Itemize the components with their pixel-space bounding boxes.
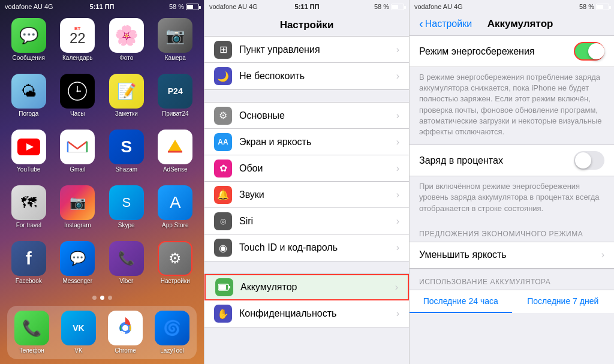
time-tabs: Последние 24 часа Последние 7 дней <box>410 290 614 313</box>
settings-item-touchid[interactable]: ◉ Touch ID и код-пароль › <box>204 234 409 261</box>
battery-icon-status <box>596 4 609 10</box>
app-skype[interactable]: S Skype <box>105 185 148 235</box>
settings-network: 4G <box>249 3 258 10</box>
vk-icon: VK <box>61 311 96 345</box>
power-saving-description: В режиме энергосбережения потребление за… <box>410 67 614 145</box>
vk-label: VK <box>74 347 82 354</box>
power-saving-toggle[interactable] <box>574 42 604 61</box>
settings-status-right: 58 % <box>374 3 404 10</box>
settings-item-general[interactable]: ⚙ Основные › <box>204 103 409 129</box>
weather-icon: 🌤 <box>11 74 46 109</box>
reduce-brightness-row[interactable]: Уменьшить яркость › <box>410 242 614 269</box>
photos-icon: 🌸 <box>109 18 144 53</box>
app-messages[interactable]: 💬 Сообщения <box>7 18 50 68</box>
sounds-icon: 🔔 <box>214 186 232 204</box>
settings-item-wallpaper[interactable]: ✿ Обои › <box>204 155 409 182</box>
app-youtube[interactable]: YouTube <box>7 130 50 179</box>
svg-point-11 <box>122 325 128 331</box>
settings-title: Настройки <box>204 13 409 36</box>
app-calendar[interactable]: вт 22 Календарь <box>56 18 100 68</box>
status-right: 58 % <box>169 3 199 10</box>
charge-percent-toggle[interactable] <box>574 151 604 170</box>
toggle-thumb-charge <box>575 152 591 169</box>
camera-icon: 📷 <box>158 18 192 53</box>
app-messenger[interactable]: 💬 Messenger <box>56 241 100 291</box>
app-viber[interactable]: 📞 Viber <box>105 241 148 291</box>
phone-label: Телефон <box>19 347 44 354</box>
settings-list-3: Аккумулятор › ✋ Конфиденциальность › <box>204 273 409 327</box>
app-notes[interactable]: 📝 Заметки <box>105 74 148 124</box>
fortravel-label: For travel <box>16 222 41 229</box>
instagram-icon: 📷 <box>60 185 95 220</box>
facebook-icon: f <box>11 241 46 276</box>
notes-label: Заметки <box>115 110 138 118</box>
app-photos[interactable]: 🌸 Фото <box>105 18 148 68</box>
power-saving-label: Режим энергосбережения <box>419 46 574 57</box>
settings-gap-2 <box>204 261 409 273</box>
app-instagram[interactable]: 📷 Instagram <box>56 185 100 235</box>
last-7-tab[interactable]: Последние 7 дней <box>512 290 615 313</box>
app-privat24[interactable]: P24 Приват24 <box>154 74 197 124</box>
settings-item-privacy[interactable]: ✋ Конфиденциальность › <box>204 300 409 327</box>
siri-icon: ◎ <box>214 212 232 230</box>
clock-label: Часы <box>70 110 85 118</box>
back-label: Настройки <box>425 19 472 29</box>
settings-item-battery[interactable]: Аккумулятор › <box>204 274 409 300</box>
last-24-tab[interactable]: Последние 24 часа <box>410 290 512 313</box>
dnd-label: Не беспокоить <box>239 71 396 82</box>
dock-vk[interactable]: VK VK <box>56 311 101 354</box>
settings-status-left: vodafone AU 4G <box>209 3 258 10</box>
app-clock[interactable]: Часы <box>56 74 100 124</box>
svg-rect-14 <box>219 285 226 290</box>
viber-label: Viber <box>119 278 133 285</box>
chevron-icon-6: › <box>396 216 399 227</box>
settings-carrier: vodafone AU <box>209 3 247 10</box>
adsense-label: AdSense <box>163 166 188 173</box>
messenger-label: Messenger <box>63 278 92 285</box>
chevron-icon-7: › <box>396 242 399 253</box>
app-facebook[interactable]: f Facebook <box>7 241 50 291</box>
app-adsense[interactable]: AdSense <box>154 130 197 179</box>
dock-lazytool[interactable]: 🌀 LazyTool <box>150 311 194 354</box>
settings-item-display[interactable]: AA Экран и яркость › <box>204 129 409 155</box>
app-appstore[interactable]: A App Store <box>154 185 197 235</box>
control-center-label: Пункт управления <box>239 44 396 55</box>
skype-icon: S <box>109 185 144 220</box>
notes-icon: 📝 <box>109 74 144 109</box>
general-label: Основные <box>239 110 396 121</box>
back-chevron-icon: ‹ <box>419 17 423 31</box>
app-fortravel[interactable]: 🗺 For travel <box>7 185 50 235</box>
dock-phone[interactable]: 📞 Телефон <box>10 311 54 354</box>
settings-item-dnd[interactable]: 🌙 Не беспокоить › <box>204 63 409 89</box>
battery-settings-icon <box>215 278 233 296</box>
youtube-label: YouTube <box>17 166 40 173</box>
battery-percent-home: 58 % <box>169 3 184 10</box>
appstore-label: App Store <box>162 222 188 229</box>
wallpaper-icon: ✿ <box>214 160 232 178</box>
charge-percent-label: Заряд в процентах <box>419 155 574 166</box>
privacy-icon: ✋ <box>214 305 232 323</box>
settings-item-control-center[interactable]: ⊞ Пункт управления › <box>204 37 409 63</box>
app-shazam[interactable]: S Shazam <box>105 130 148 179</box>
dock-chrome[interactable]: Chrome <box>103 311 148 354</box>
battery-percent-status: 58 % <box>579 3 594 10</box>
calendar-label: Календарь <box>62 55 92 62</box>
back-button[interactable]: ‹ Настройки <box>419 17 472 31</box>
settings-item-siri[interactable]: ◎ Siri › <box>204 208 409 234</box>
chevron-icon-5: › <box>396 189 399 200</box>
display-icon: AA <box>214 133 232 151</box>
app-weather[interactable]: 🌤 Погода <box>7 74 50 124</box>
settings-panel: vodafone AU 4G 5:11 ПП 58 % Настройки ⊞ … <box>204 0 409 364</box>
settings-item-sounds[interactable]: 🔔 Звуки › <box>204 182 409 208</box>
charge-percent-description: При включённом режиме энергосбережения у… <box>410 176 614 221</box>
usage-section-header: ИСПОЛЬЗОВАНИЕ АККУМУЛЯТОРА <box>410 269 614 290</box>
app-gmail[interactable]: Gmail <box>56 130 100 179</box>
power-saving-section: Режим энергосбережения <box>410 35 614 67</box>
gmail-icon <box>60 130 95 164</box>
reduce-brightness-chevron: › <box>601 249 604 260</box>
svg-point-3 <box>77 91 79 92</box>
app-settings[interactable]: ⚙ Настройки <box>154 241 197 291</box>
battery-icon-home <box>186 4 199 10</box>
app-camera[interactable]: 📷 Камера <box>154 18 197 68</box>
chrome-label: Chrome <box>115 347 136 354</box>
